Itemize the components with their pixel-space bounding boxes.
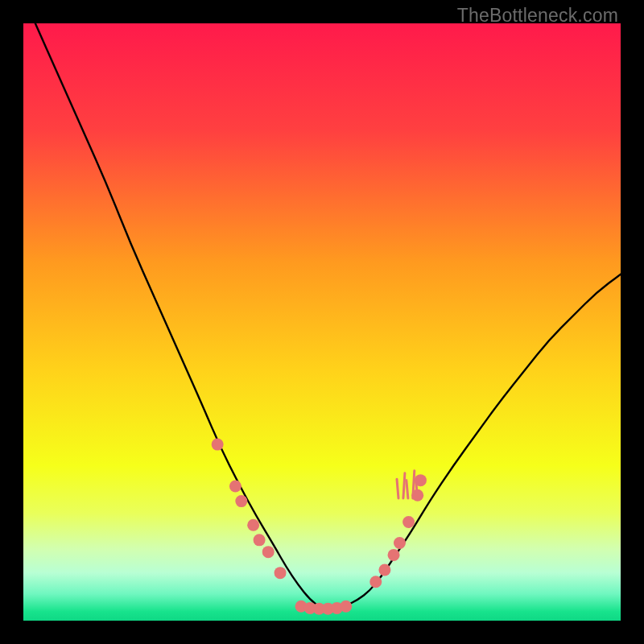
reference-marker — [394, 537, 406, 549]
reference-marker — [369, 576, 382, 588]
reference-marker — [415, 474, 427, 486]
reference-marker — [235, 495, 247, 507]
grass-accent — [407, 481, 408, 498]
reference-marker — [254, 534, 266, 546]
reference-marker — [340, 601, 352, 613]
chart-frame — [23, 23, 621, 621]
reference-marker — [411, 489, 423, 502]
bottleneck-chart — [23, 23, 621, 621]
reference-marker — [212, 439, 224, 451]
reference-marker — [262, 546, 275, 558]
chart-background — [23, 23, 621, 621]
grass-accent — [403, 473, 405, 498]
reference-marker — [229, 481, 242, 493]
reference-marker — [378, 564, 390, 576]
reference-marker — [275, 567, 287, 579]
reference-marker — [388, 549, 400, 561]
grass-accent — [397, 479, 398, 498]
reference-marker — [402, 516, 415, 528]
reference-marker — [247, 519, 259, 531]
